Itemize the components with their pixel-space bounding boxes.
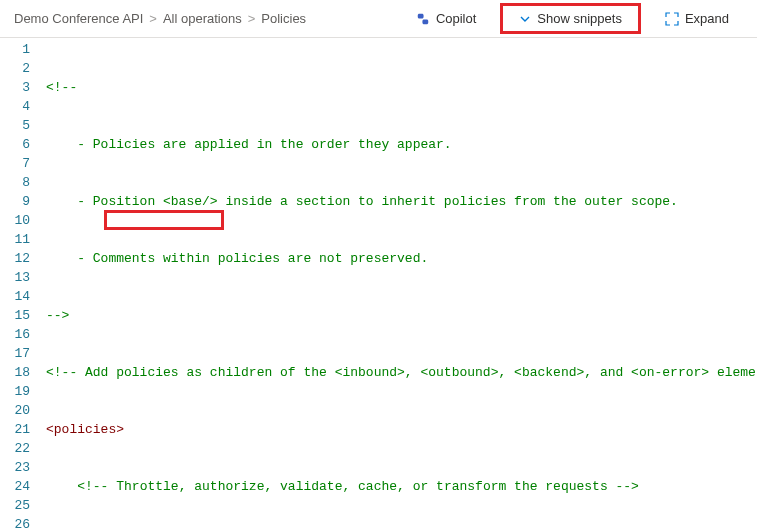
line-number: 15 [0, 306, 30, 325]
breadcrumb-policies[interactable]: Policies [261, 11, 306, 26]
code-text: - Position <base/> inside a section to i… [46, 194, 678, 209]
line-number: 4 [0, 97, 30, 116]
chevron-down-icon [519, 13, 531, 25]
editor-header: Demo Conference API > All operations > P… [0, 0, 757, 38]
line-number: 22 [0, 439, 30, 458]
code-text: - Policies are applied in the order they… [46, 137, 452, 152]
line-number: 7 [0, 154, 30, 173]
code-text: <!-- Add policies as children of the <in… [46, 365, 756, 380]
breadcrumb-api[interactable]: Demo Conference API [14, 11, 143, 26]
code-text: --> [46, 308, 69, 323]
breadcrumb: Demo Conference API > All operations > P… [14, 11, 306, 26]
line-number: 25 [0, 496, 30, 515]
line-number: 12 [0, 249, 30, 268]
expand-button[interactable]: Expand [655, 5, 739, 32]
line-number: 13 [0, 268, 30, 287]
breadcrumb-sep: > [248, 11, 256, 26]
line-number: 11 [0, 230, 30, 249]
toolbar: Copilot Show snippets Expand [406, 3, 739, 34]
line-number: 1 [0, 40, 30, 59]
code-text: - Comments within policies are not prese… [46, 251, 428, 266]
code-text: <!-- [46, 80, 77, 95]
line-number: 10 [0, 211, 30, 230]
line-number: 16 [0, 325, 30, 344]
line-number: 8 [0, 173, 30, 192]
show-snippets-button[interactable]: Show snippets [500, 3, 641, 34]
copilot-icon [416, 12, 430, 26]
line-number: 20 [0, 401, 30, 420]
copilot-label: Copilot [436, 11, 476, 26]
line-number-gutter: 1234567891011121314151617181920212223242… [0, 40, 44, 528]
line-number: 9 [0, 192, 30, 211]
line-number: 24 [0, 477, 30, 496]
line-number: 2 [0, 59, 30, 78]
copilot-button[interactable]: Copilot [406, 5, 486, 32]
line-number: 3 [0, 78, 30, 97]
line-number: 17 [0, 344, 30, 363]
code-editor[interactable]: 1234567891011121314151617181920212223242… [0, 38, 757, 528]
line-number: 18 [0, 363, 30, 382]
line-number: 21 [0, 420, 30, 439]
line-number: 5 [0, 116, 30, 135]
line-number: 23 [0, 458, 30, 477]
breadcrumb-operations[interactable]: All operations [163, 11, 242, 26]
code-area[interactable]: <!-- - Policies are applied in the order… [44, 40, 757, 528]
highlight-box-code [104, 210, 224, 230]
line-number: 26 [0, 515, 30, 528]
line-number: 19 [0, 382, 30, 401]
line-number: 6 [0, 135, 30, 154]
line-number: 14 [0, 287, 30, 306]
expand-icon [665, 12, 679, 26]
breadcrumb-sep: > [149, 11, 157, 26]
show-snippets-label: Show snippets [537, 11, 622, 26]
expand-label: Expand [685, 11, 729, 26]
